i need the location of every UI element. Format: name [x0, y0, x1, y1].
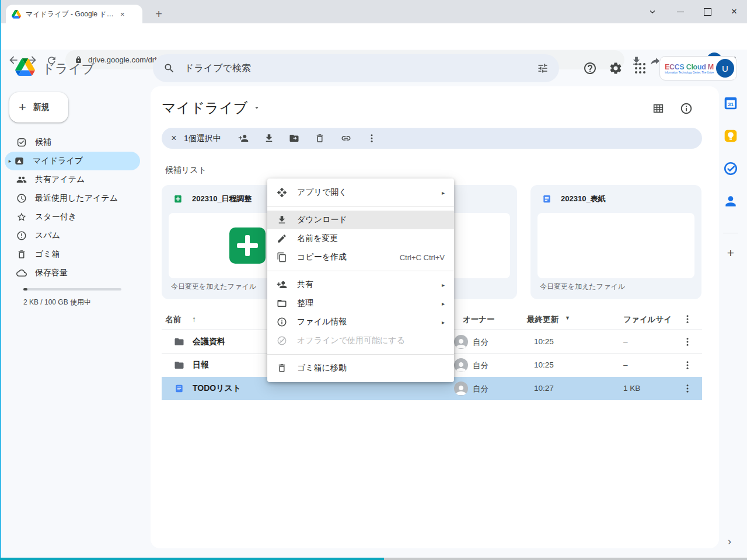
- new-tab-button[interactable]: +: [151, 6, 167, 22]
- menu-divider: [267, 206, 454, 206]
- download-icon[interactable]: [264, 133, 274, 144]
- page-title[interactable]: マイドライブ: [162, 99, 260, 117]
- menu-item-download[interactable]: ダウンロード: [267, 211, 454, 229]
- trash-icon: [16, 249, 27, 260]
- star-icon: [16, 212, 27, 222]
- row-more-dots-icon[interactable]: [682, 337, 693, 347]
- browser-tab[interactable]: マイドライブ - Google ドライブ ×: [6, 5, 142, 23]
- sheets-logo-tile: [229, 228, 266, 264]
- search-bar[interactable]: [153, 54, 559, 82]
- selection-count: 1個選択中: [184, 134, 221, 144]
- sidebar-item-shared[interactable]: 共有アイテム: [5, 170, 140, 189]
- sort-ascending-icon[interactable]: ↑: [192, 314, 196, 324]
- screen: マイドライブ - Google ドライブ × + × drive.google.…: [0, 0, 747, 560]
- row-more-dots-icon[interactable]: [682, 383, 693, 394]
- browser-tab-strip: マイドライブ - Google ドライブ × + ×: [0, 0, 747, 23]
- open-with-icon: [277, 187, 287, 198]
- plus-icon: +: [19, 101, 26, 114]
- clock-icon: [16, 193, 27, 204]
- search-filter-tune-icon[interactable]: [537, 62, 549, 74]
- menu-item-file-info[interactable]: ファイル情報 ▸: [267, 313, 454, 331]
- rename-pencil-icon: [277, 233, 287, 244]
- drive-logo[interactable]: [15, 58, 35, 76]
- menu-item-organize[interactable]: 整理 ▸: [267, 294, 454, 313]
- menu-item-make-copy[interactable]: コピーを作成 Ctrl+C Ctrl+V: [267, 248, 454, 267]
- account-brand-name: ECCS Cloud Mail: [665, 63, 714, 71]
- suggestion-card-doc[interactable]: 202310_表紙 今日変更を加えたファイル: [530, 185, 701, 299]
- folder-icon: [277, 298, 287, 309]
- card-preview: [537, 213, 694, 278]
- approval-check-icon: [16, 137, 27, 148]
- grid-view-icon[interactable]: [652, 102, 665, 115]
- menu-item-rename[interactable]: 名前を変更: [267, 229, 454, 248]
- folder-icon: [174, 360, 184, 370]
- column-modified[interactable]: 最終更新: [527, 314, 558, 325]
- account-badge[interactable]: ECCS Cloud Mail Information Technology C…: [659, 56, 737, 80]
- sidebar-item-my-drive[interactable]: ▸ マイドライブ: [5, 152, 140, 170]
- column-size[interactable]: ファイルサイ: [623, 314, 672, 325]
- window-minimize-button[interactable]: [667, 0, 694, 23]
- share-person-add-icon[interactable]: [238, 133, 249, 144]
- owner-avatar: [454, 335, 468, 349]
- calendar-app-icon[interactable]: [723, 96, 738, 111]
- my-drive-icon: [14, 156, 25, 166]
- window-left-edge: [0, 0, 1, 560]
- offline-pin-icon: [277, 335, 287, 346]
- account-avatar[interactable]: U: [716, 59, 734, 78]
- tab-title: マイドライブ - Google ドライブ: [26, 9, 118, 19]
- sidebar-item-spam[interactable]: スパム: [5, 226, 140, 245]
- sidebar-item-storage[interactable]: 保存容量: [5, 264, 140, 282]
- bottom-edge-teal-bar: [0, 558, 384, 560]
- contacts-app-icon[interactable]: [723, 194, 738, 209]
- context-menu: アプリで開く ▸ ダウンロード 名前を変更 コピーを作成 Ctrl+C Ctrl…: [267, 178, 454, 382]
- column-name[interactable]: 名前: [165, 314, 181, 325]
- expand-caret-icon[interactable]: ▸: [6, 158, 14, 164]
- cloud-icon: [16, 268, 27, 278]
- shortcut-label: Ctrl+C Ctrl+V: [400, 253, 445, 262]
- drive-favicon: [12, 10, 21, 19]
- menu-item-open-with[interactable]: アプリで開く ▸: [267, 183, 454, 202]
- download-icon: [277, 215, 287, 225]
- get-addons-plus-icon[interactable]: +: [724, 247, 737, 260]
- window-maximize-button[interactable]: [694, 0, 721, 23]
- account-brand-block: ECCS Cloud Mail Information Technology C…: [665, 63, 714, 74]
- menu-item-share[interactable]: 共有 ▸: [267, 275, 454, 294]
- sidebar-item-suggested[interactable]: 候補: [5, 133, 140, 152]
- search-input[interactable]: [183, 62, 537, 74]
- docs-file-icon: [542, 194, 551, 204]
- help-icon[interactable]: [583, 61, 597, 75]
- row-more-dots-icon[interactable]: [682, 360, 693, 370]
- menu-item-move-to-trash[interactable]: ゴミ箱に移動: [267, 359, 454, 377]
- expand-side-panel-chevron-icon[interactable]: ›: [724, 536, 735, 547]
- copy-icon: [277, 252, 287, 262]
- window-menu-chevron-icon[interactable]: [639, 0, 666, 23]
- rail-divider: [723, 233, 738, 233]
- move-to-folder-icon[interactable]: [289, 133, 299, 144]
- card-footer: 今日変更を加えたファイル: [171, 282, 256, 292]
- details-info-icon[interactable]: [680, 102, 693, 115]
- submenu-arrow-icon: ▸: [442, 319, 445, 326]
- trash-icon[interactable]: [315, 133, 325, 144]
- clear-selection-icon[interactable]: ×: [167, 132, 180, 145]
- settings-gear-icon[interactable]: [609, 61, 623, 75]
- tab-close-icon[interactable]: ×: [120, 10, 125, 18]
- column-owner[interactable]: オーナー: [463, 314, 495, 325]
- sidebar-item-starred[interactable]: スター付き: [5, 208, 140, 226]
- submenu-arrow-icon: ▸: [442, 190, 445, 196]
- tasks-app-icon[interactable]: [723, 161, 738, 176]
- keep-app-icon[interactable]: [723, 128, 738, 144]
- more-actions-dots-icon[interactable]: [366, 133, 377, 144]
- folder-icon: [174, 337, 184, 347]
- column-options-dots-icon[interactable]: [682, 314, 693, 324]
- new-button[interactable]: + 新規: [9, 92, 68, 123]
- sidebar-item-recent[interactable]: 最近使用したアイテム: [5, 189, 140, 208]
- submenu-arrow-icon: ▸: [442, 300, 445, 307]
- google-apps-grid-icon[interactable]: [633, 61, 647, 75]
- copy-link-icon[interactable]: [341, 133, 351, 144]
- browser-toolbar: drive.google.com/drive/my-drive U: [0, 23, 747, 50]
- window-close-button[interactable]: ×: [721, 0, 747, 23]
- card-footer: 今日変更を加えたファイル: [540, 282, 625, 292]
- title-caret-down-icon[interactable]: [253, 104, 260, 111]
- sort-menu-caret-icon[interactable]: ▼: [565, 315, 570, 321]
- sidebar-item-trash[interactable]: ゴミ箱: [5, 245, 140, 264]
